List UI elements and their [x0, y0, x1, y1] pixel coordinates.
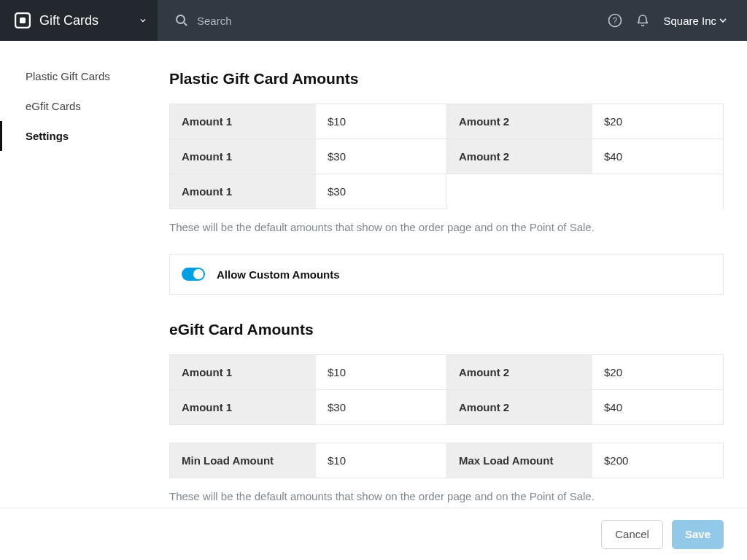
egift-section-title: eGift Card Amounts — [169, 321, 724, 338]
svg-text:?: ? — [613, 16, 617, 25]
table-row: Amount 1 $10 Amount 2 $20 — [170, 355, 723, 390]
egift-section: eGift Card Amounts Amount 1 $10 Amount 2… — [169, 321, 724, 502]
sidebar-item-plastic-gift-cards[interactable]: Plastic Gift Cards — [0, 61, 158, 91]
table-row: Amount 1 $30 — [170, 174, 446, 209]
plastic-helper-text: These will be the default amounts that s… — [169, 221, 724, 233]
search-input[interactable] — [197, 15, 416, 27]
bell-icon[interactable] — [635, 13, 650, 28]
amount-label: Amount 2 — [446, 104, 592, 139]
amount-value[interactable]: $30 — [316, 390, 446, 425]
amount-label: Amount 1 — [170, 174, 316, 209]
search-container — [158, 14, 608, 27]
top-bar: Gift Cards ? Square Inc — [0, 0, 747, 41]
account-menu[interactable]: Square Inc — [663, 15, 727, 27]
allow-custom-amounts-label: Allow Custom Amounts — [217, 268, 340, 281]
amount-value[interactable]: $20 — [592, 355, 723, 390]
table-row: Min Load Amount $10 Max Load Amount $200 — [170, 443, 723, 478]
table-row: Amount 1 $30 Amount 2 $40 — [170, 139, 723, 174]
account-label: Square Inc — [663, 15, 716, 27]
min-load-label: Min Load Amount — [170, 443, 316, 478]
amount-label: Amount 1 — [170, 390, 316, 425]
amount-label: Amount 2 — [446, 390, 592, 425]
body: Plastic Gift Cards eGfit Cards Settings … — [0, 41, 747, 508]
amount-label: Amount 2 — [446, 355, 592, 390]
chevron-down-icon — [719, 18, 727, 23]
svg-point-2 — [177, 15, 185, 23]
sidebar-item-egift-cards[interactable]: eGfit Cards — [0, 91, 158, 121]
help-icon[interactable]: ? — [608, 13, 622, 28]
svg-line-3 — [184, 23, 187, 26]
allow-custom-amounts-toggle[interactable] — [182, 268, 205, 281]
amount-value[interactable]: $10 — [316, 104, 446, 139]
sidebar: Plastic Gift Cards eGfit Cards Settings — [0, 41, 158, 508]
amount-value[interactable]: $40 — [592, 390, 723, 425]
amount-value[interactable]: $40 — [592, 139, 723, 174]
save-button[interactable]: Save — [672, 520, 724, 549]
main-content: Plastic Gift Card Amounts Amount 1 $10 A… — [158, 41, 747, 508]
plastic-section-title: Plastic Gift Card Amounts — [169, 70, 724, 88]
egift-helper-text: These will be the default amounts that s… — [169, 490, 724, 502]
amount-value[interactable]: $20 — [592, 104, 723, 139]
amount-label: Amount 2 — [446, 139, 592, 174]
min-load-value[interactable]: $10 — [316, 443, 446, 478]
amount-label: Amount 1 — [170, 104, 316, 139]
max-load-label: Max Load Amount — [446, 443, 592, 478]
plastic-section: Plastic Gift Card Amounts Amount 1 $10 A… — [169, 70, 724, 295]
amount-value[interactable]: $10 — [316, 355, 446, 390]
top-bar-right: ? Square Inc — [608, 13, 747, 28]
caret-down-icon — [140, 18, 158, 23]
amount-label: Amount 1 — [170, 355, 316, 390]
plastic-amounts-table: Amount 1 $10 Amount 2 $20 Amount 1 $30 A… — [169, 104, 724, 209]
amount-value[interactable]: $30 — [316, 139, 446, 174]
app-title: Gift Cards — [39, 13, 131, 28]
sidebar-item-settings[interactable]: Settings — [0, 121, 158, 151]
table-row: Amount 1 $10 Amount 2 $20 — [170, 104, 723, 139]
svg-rect-1 — [20, 18, 26, 23]
search-icon — [175, 14, 188, 27]
footer: Cancel Save — [0, 508, 747, 560]
amount-label: Amount 1 — [170, 139, 316, 174]
max-load-value[interactable]: $200 — [592, 443, 723, 478]
cancel-button[interactable]: Cancel — [601, 520, 663, 549]
table-row: Amount 1 $30 Amount 2 $40 — [170, 390, 723, 425]
app-switcher[interactable]: Gift Cards — [0, 0, 158, 41]
square-logo-icon — [15, 12, 31, 28]
amount-value[interactable]: $30 — [316, 174, 446, 209]
egift-amounts-table: Amount 1 $10 Amount 2 $20 Amount 1 $30 A… — [169, 354, 724, 425]
custom-amounts-panel: Allow Custom Amounts — [169, 254, 724, 295]
egift-limits-table: Min Load Amount $10 Max Load Amount $200 — [169, 443, 724, 478]
